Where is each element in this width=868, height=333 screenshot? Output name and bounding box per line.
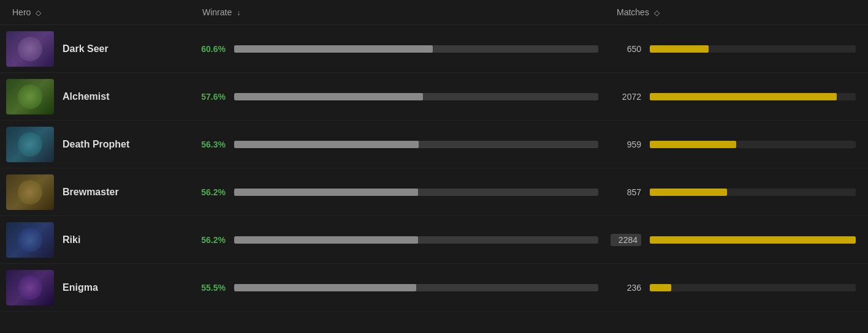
hero-icon [18, 132, 42, 157]
hero-name: Enigma [63, 282, 98, 293]
matches-bar-track [650, 284, 856, 291]
hero-avatar [6, 270, 54, 305]
hero-portrait [6, 270, 54, 305]
matches-cell: 650 [611, 44, 868, 54]
hero-sort-icon: ◇ [36, 9, 41, 17]
winrate-cell: 57.6% [196, 92, 611, 102]
hero-icon [18, 180, 42, 204]
hero-avatar [6, 174, 54, 210]
winrate-bar-track [234, 189, 598, 196]
matches-bar-fill [650, 236, 856, 244]
matches-value: 2072 [611, 92, 641, 102]
hero-icon [18, 228, 42, 252]
hero-cell: Brewmaster [0, 170, 196, 215]
winrate-cell: 56.2% [196, 187, 611, 197]
matches-bar-fill [650, 93, 837, 100]
winrate-value: 60.6% [196, 44, 226, 54]
matches-bar-fill [650, 189, 727, 196]
matches-cell: 2284 [611, 234, 868, 246]
winrate-bar-track [234, 284, 598, 291]
table-header: Hero ◇ Winrate ↓ Matches ◇ [0, 0, 868, 25]
hero-portrait [6, 79, 54, 114]
hero-portrait [6, 222, 54, 258]
matches-value: 857 [611, 187, 641, 197]
matches-cell: 857 [611, 187, 868, 197]
winrate-bar-fill [234, 93, 423, 100]
matches-cell: 2072 [611, 92, 868, 102]
matches-value: 650 [611, 44, 641, 54]
winrate-value: 57.6% [196, 92, 226, 102]
hero-name: Dark Seer [63, 43, 108, 54]
matches-bar-track [650, 236, 856, 244]
hero-icon [18, 37, 42, 61]
winrate-bar-track [234, 141, 598, 148]
winrate-bar-fill [234, 236, 418, 244]
hero-name: Death Prophet [63, 139, 129, 150]
winrate-cell: 60.6% [196, 44, 611, 54]
winrate-cell: 56.2% [196, 235, 611, 245]
matches-value: 959 [611, 140, 641, 149]
hero-portrait [6, 174, 54, 210]
matches-value: 236 [611, 283, 641, 293]
hero-cell: Death Prophet [0, 122, 196, 167]
matches-bar-track [650, 141, 856, 148]
winrate-bar-fill [234, 141, 419, 148]
hero-avatar [6, 127, 54, 162]
winrate-header-label: Winrate [202, 7, 232, 17]
table-row[interactable]: Alchemist 57.6% 2072 [0, 73, 868, 121]
hero-portrait [6, 31, 54, 67]
matches-cell: 236 [611, 283, 868, 293]
winrate-value: 56.2% [196, 235, 226, 245]
winrate-sort-icon: ↓ [237, 9, 240, 17]
hero-cell: Riki [0, 217, 196, 263]
hero-avatar [6, 31, 54, 67]
matches-bar-fill [650, 45, 709, 53]
table-row[interactable]: Riki 56.2% 2284 [0, 216, 868, 264]
winrate-bar-fill [234, 189, 418, 196]
hero-name: Brewmaster [63, 187, 119, 198]
winrate-bar-fill [234, 45, 433, 53]
hero-header-label: Hero [12, 7, 31, 17]
matches-bar-fill [650, 141, 736, 148]
hero-name: Riki [63, 234, 80, 245]
winrate-cell: 55.5% [196, 283, 611, 293]
hero-column-header[interactable]: Hero ◇ [0, 7, 196, 17]
matches-cell: 959 [611, 140, 868, 149]
hero-avatar [6, 222, 54, 258]
winrate-bar-track [234, 45, 598, 53]
hero-icon [18, 275, 42, 300]
table-row[interactable]: Death Prophet 56.3% 959 [0, 121, 868, 168]
hero-avatar [6, 79, 54, 114]
winrate-bar-fill [234, 284, 416, 291]
matches-column-header[interactable]: Matches ◇ [611, 7, 868, 17]
matches-bar-track [650, 93, 856, 100]
hero-stats-table: Hero ◇ Winrate ↓ Matches ◇ Dark Seer 60.… [0, 0, 868, 312]
winrate-bar-track [234, 93, 598, 100]
matches-sort-icon: ◇ [654, 9, 660, 17]
matches-header-label: Matches [617, 7, 649, 17]
hero-name: Alchemist [63, 91, 109, 102]
hero-portrait [6, 127, 54, 162]
table-row[interactable]: Enigma 55.5% 236 [0, 264, 868, 312]
winrate-column-header[interactable]: Winrate ↓ [196, 7, 611, 17]
matches-value: 2284 [611, 234, 641, 246]
hero-cell: Dark Seer [0, 26, 196, 72]
winrate-value: 55.5% [196, 283, 226, 293]
matches-bar-track [650, 189, 856, 196]
winrate-value: 56.3% [196, 140, 226, 149]
hero-cell: Enigma [0, 265, 196, 310]
hero-icon [18, 84, 42, 109]
table-body: Dark Seer 60.6% 650 Alchemist 57.6% [0, 25, 868, 312]
winrate-value: 56.2% [196, 187, 226, 197]
matches-bar-fill [650, 284, 671, 291]
table-row[interactable]: Brewmaster 56.2% 857 [0, 168, 868, 216]
winrate-cell: 56.3% [196, 140, 611, 149]
matches-bar-track [650, 45, 856, 53]
winrate-bar-track [234, 236, 598, 244]
hero-cell: Alchemist [0, 74, 196, 119]
table-row[interactable]: Dark Seer 60.6% 650 [0, 25, 868, 73]
